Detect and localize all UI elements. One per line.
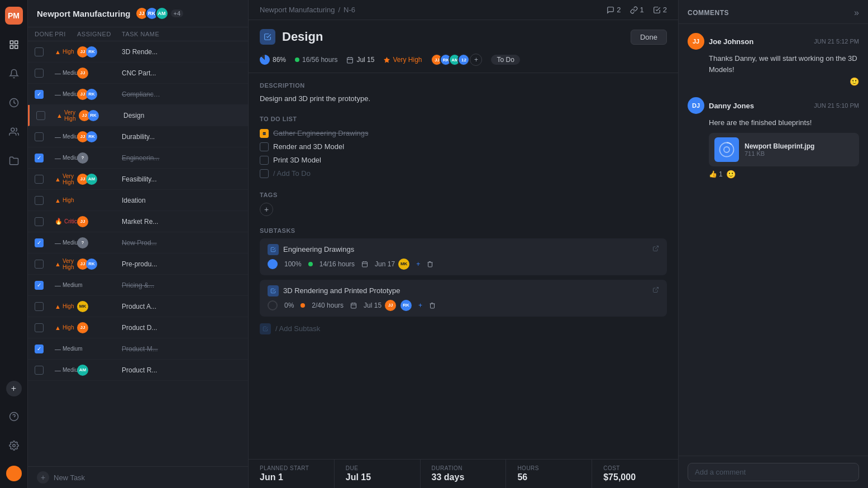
task-checkbox[interactable]	[36, 111, 45, 120]
task-row[interactable]: — Medium JJ RK Durability...	[28, 126, 248, 147]
reaction-thumbsup[interactable]: 👍 1	[709, 170, 723, 178]
subtask-delete-icon[interactable]	[427, 261, 433, 267]
task-checkbox[interactable]	[35, 175, 44, 184]
task-checkbox[interactable]: ✓	[35, 281, 44, 290]
task-row[interactable]: ✓ — Medium JJ RK Compliance...	[28, 84, 248, 105]
due-date-meta: Jul 15	[346, 56, 374, 64]
done-button[interactable]: Done	[631, 30, 667, 45]
subtasks-section: SUBTASKS Engineering Drawings	[260, 227, 667, 337]
todo-checkbox[interactable]	[260, 156, 269, 165]
task-body: DESCRIPTION Design and 3D print the prot…	[249, 73, 678, 459]
sidebar-clock-icon[interactable]	[5, 94, 23, 112]
svg-rect-14	[363, 262, 368, 267]
todo-checkbox[interactable]	[260, 142, 269, 151]
comment-actions: 🙂	[688, 77, 859, 86]
subtask-calendar-icon	[361, 261, 368, 267]
subtask-delete-icon[interactable]	[429, 302, 436, 309]
comment-header: DJ Danny Jones JUN 21 5:10 PM	[688, 97, 859, 114]
assigned-avatars: ?	[77, 237, 122, 248]
links-meta: 1	[630, 6, 644, 14]
task-checkbox[interactable]	[35, 323, 44, 332]
assigned-avatars: JJ RK	[79, 110, 123, 121]
task-row[interactable]: ✓ — Medium ? New Prod...	[28, 232, 248, 253]
sidebar-settings-icon[interactable]	[5, 437, 23, 454]
add-tag-button[interactable]: +	[260, 203, 273, 216]
comment-header: JJ Joe Johnson JUN 21 5:12 PM	[688, 33, 859, 50]
todo-checkbox[interactable]: ■	[260, 129, 269, 138]
avatar: RK	[88, 110, 99, 121]
links-count: 1	[640, 6, 644, 14]
subtask-due: Jun 17	[375, 260, 395, 268]
task-row[interactable]: ▲ High MK Product A...	[28, 296, 248, 317]
task-checkbox[interactable]	[35, 302, 44, 311]
avatar: JJ	[77, 216, 88, 227]
new-task-row[interactable]: + New Task	[28, 466, 248, 488]
footer-cost: COST $75,000	[592, 460, 678, 488]
svg-rect-9	[347, 58, 353, 63]
task-row[interactable]: ▲ Very High JJ AM Feasibility...	[28, 169, 248, 190]
comments-collapse-button[interactable]: »	[854, 8, 859, 18]
project-title: Newport Manufacturing	[37, 9, 131, 18]
add-assignee-button[interactable]: +	[470, 54, 482, 66]
task-row[interactable]: ▲ High JJ RK 3D Rende...	[28, 41, 248, 63]
task-row[interactable]: — Medium JJ CNC Part...	[28, 63, 248, 84]
sidebar-add-button[interactable]: +	[6, 381, 22, 396]
task-checkbox[interactable]	[35, 196, 44, 205]
add-subtask-button[interactable]: / Add Subtask	[260, 321, 667, 337]
task-type-icon	[260, 29, 275, 45]
subtask-add-assignee[interactable]: +	[416, 260, 420, 268]
task-checkbox[interactable]: ✓	[35, 90, 44, 99]
breadcrumb-sep: /	[338, 6, 340, 14]
task-row[interactable]: ▲ Very High JJ RK Pre-produ...	[28, 253, 248, 275]
add-subtask-icon	[260, 323, 271, 334]
todo-item: Render and 3D Model	[260, 140, 667, 154]
task-row[interactable]: ✓ — Medium Pricing &...	[28, 275, 248, 296]
avatar: JJ	[77, 68, 88, 79]
task-row[interactable]: 🔥 Critical JJ Market Re...	[28, 211, 248, 232]
tags-section: TAGS +	[260, 192, 667, 216]
task-row[interactable]: ✓ — Medium ? Engineerin...	[28, 147, 248, 169]
attachment: Newport Blueprint.jpg 711 KB	[709, 133, 859, 166]
subtask-avatar: RK	[400, 300, 412, 311]
app-logo[interactable]: PM	[5, 7, 23, 25]
breadcrumb-project[interactable]: Newport Manufacturing	[260, 6, 335, 14]
assigned-avatars: AM	[77, 365, 122, 376]
subtask-hours: 14/16 hours	[319, 260, 355, 268]
task-name: Pricing &...	[122, 281, 161, 289]
add-reaction-button[interactable]: 🙂	[850, 77, 859, 86]
subtask-external-link[interactable]	[652, 286, 659, 295]
task-checkbox[interactable]	[35, 260, 44, 269]
subtask-title: 3D Rendering and Printed Prototype	[283, 286, 648, 295]
task-checkbox[interactable]	[35, 366, 44, 375]
task-row[interactable]: ▲ High Ideation	[28, 190, 248, 211]
sidebar-user-avatar[interactable]	[6, 466, 22, 481]
sidebar-home-icon[interactable]	[5, 36, 23, 54]
task-checkbox[interactable]: ✓	[35, 345, 44, 353]
add-todo-button[interactable]: / Add To Do	[260, 167, 667, 180]
sidebar-users-icon[interactable]	[5, 123, 23, 141]
task-checkbox[interactable]: ✓	[35, 238, 44, 247]
subtask-external-link[interactable]	[652, 245, 659, 253]
task-row[interactable]: ▲ Very High JJ RK Design	[28, 105, 248, 126]
duration-label: DURATION	[432, 465, 495, 471]
task-checkbox[interactable]: ✓	[35, 154, 44, 162]
comments-body: JJ Joe Johnson JUN 21 5:12 PM Thanks Dan…	[679, 24, 868, 456]
footer-hours: HOURS 56	[506, 460, 592, 488]
sidebar-help-icon[interactable]	[5, 408, 23, 425]
status-chip[interactable]: To Do	[491, 55, 519, 65]
task-row[interactable]: ✓ — Medium Product M...	[28, 338, 248, 360]
subtask-add-assignee[interactable]: +	[418, 302, 422, 309]
sidebar-folder-icon[interactable]	[5, 152, 23, 170]
priority-chip: Very High	[383, 56, 422, 64]
task-checkbox[interactable]	[35, 69, 44, 78]
task-checkbox[interactable]	[35, 217, 44, 226]
task-checkbox[interactable]	[35, 132, 44, 141]
task-row[interactable]: ▲ High JJ Product D...	[28, 317, 248, 338]
sidebar-bell-icon[interactable]	[5, 65, 23, 83]
task-checkbox[interactable]	[35, 47, 44, 56]
assigned-avatars: JJ	[77, 68, 122, 79]
add-reaction-button[interactable]: 🙂	[726, 170, 736, 179]
comment-input[interactable]	[688, 463, 859, 481]
task-row[interactable]: — Medium AM Product R...	[28, 360, 248, 381]
svg-rect-0	[10, 41, 13, 44]
